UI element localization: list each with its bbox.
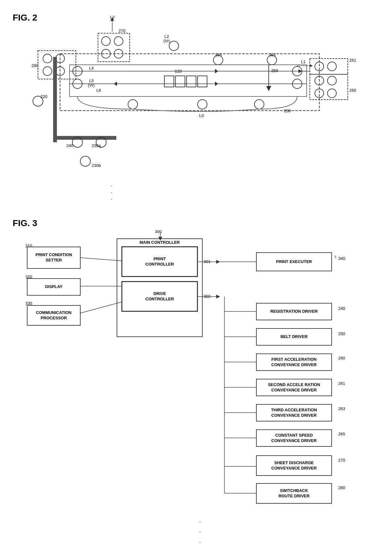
third-accel-driver-block: THIRD ACCELERATION CONVEYANCE DRIVER: [256, 404, 332, 421]
ref-302: 302: [204, 294, 211, 299]
communication-processor-block: COMMUNICATION PROCESSOR: [27, 305, 81, 326]
svg-text:L1: L1: [301, 59, 305, 64]
second-accel-driver-block: SECOND ACCELE RATION CONVEYANCE DRIVER: [256, 379, 332, 396]
svg-point-29: [114, 37, 123, 46]
ref-301: 301: [204, 259, 211, 264]
svg-point-13: [198, 100, 207, 109]
svg-point-20: [328, 89, 336, 98]
svg-text:270: 270: [119, 28, 126, 33]
svg-rect-5: [175, 76, 185, 87]
svg-text:110: 110: [175, 69, 182, 74]
ref-265: 265: [338, 432, 345, 436]
fig3-section: FIG. 3 300: [9, 215, 383, 550]
svg-text:240: 240: [66, 143, 73, 148]
svg-rect-7: [198, 76, 207, 87]
ref-240: 240: [338, 306, 345, 311]
svg-rect-6: [187, 76, 196, 87]
svg-line-77: [81, 302, 122, 313]
svg-marker-46: [215, 82, 218, 86]
svg-point-43: [80, 156, 90, 166]
svg-text:261: 261: [349, 58, 356, 63]
svg-rect-27: [98, 33, 130, 62]
svg-text:259: 259: [271, 68, 278, 73]
ref-261: 261: [338, 381, 345, 386]
svg-text:230a: 230a: [92, 143, 101, 148]
switchback-route-driver-block: SWITCHBACK ROUTE DRIVER: [256, 483, 332, 504]
svg-point-23: [328, 62, 336, 71]
svg-rect-39: [53, 57, 57, 142]
dots-separator-2: ···: [199, 516, 201, 547]
display-block: DISPLAY: [27, 278, 81, 296]
svg-point-34: [43, 54, 52, 63]
drive-controller-block: DRIVE CONTROLLER: [122, 281, 198, 311]
svg-point-12: [128, 100, 138, 109]
svg-text:250: 250: [284, 108, 291, 113]
constant-speed-driver-block: CONSTANT SPEED CONVEYANCE DRIVER: [256, 429, 332, 447]
first-accel-driver-block: FIRST ACCELERATION CONVEYANCE DRIVER: [256, 353, 332, 371]
dots-separator-1: ···: [111, 182, 113, 202]
fig2-section: FIG. 2: [9, 9, 383, 193]
registration-driver-block: REGISTRATION DRIVER: [256, 303, 332, 320]
svg-text:L3: L3: [110, 16, 114, 19]
svg-point-36: [43, 67, 52, 76]
svg-rect-0: [60, 54, 319, 111]
svg-text:L2: L2: [164, 34, 169, 39]
svg-text:L4: L4: [89, 66, 94, 71]
svg-rect-21: [310, 58, 348, 74]
fig3-label: FIG. 3: [13, 218, 37, 228]
svg-text:220: 220: [40, 94, 47, 99]
svg-text:(Vr): (Vr): [88, 83, 95, 88]
ref-260: 260: [338, 356, 345, 360]
print-controller-block: PRINT CONTROLLER: [122, 247, 198, 277]
svg-text:230b: 230b: [92, 163, 101, 168]
ref-270: 270: [338, 458, 345, 463]
svg-point-26: [169, 41, 179, 51]
svg-text:263: 263: [269, 52, 276, 57]
ref-340-tick: ╮: [334, 254, 337, 258]
svg-marker-45: [215, 69, 218, 73]
print-executer-block: PRINT EXECUTER: [256, 252, 332, 271]
svg-text:L6: L6: [96, 88, 101, 93]
svg-rect-4: [164, 76, 174, 87]
fig2-diagram: L3 270 L2 (Vr) 265 263 L1 261 260 259 28…: [28, 16, 376, 193]
svg-text:260: 260: [349, 88, 356, 93]
svg-point-14: [254, 100, 264, 109]
ref-280: 280: [338, 485, 345, 490]
svg-text:265: 265: [215, 52, 222, 57]
svg-line-75: [81, 258, 122, 261]
main-controller-label: MAIN CONTROLLER: [117, 239, 202, 245]
ref-340: 340: [338, 256, 345, 261]
ref-300: 300: [155, 229, 162, 234]
sheet-discharge-driver-block: SHEET DISCHARGE CONVEYANCE DRIVER: [256, 455, 332, 476]
belt-driver-block: BELT DRIVER: [256, 328, 332, 346]
svg-text:L0: L0: [199, 113, 204, 118]
svg-text:L5: L5: [89, 78, 94, 83]
svg-rect-40: [53, 136, 116, 140]
svg-point-28: [101, 37, 110, 46]
svg-text:(Vr): (Vr): [163, 39, 170, 43]
ref-263: 263: [338, 406, 345, 411]
svg-marker-47: [114, 82, 117, 86]
ref-250: 250: [338, 331, 345, 336]
print-condition-setter-block: PRINT CONDITION SETTER: [27, 247, 81, 269]
svg-point-18: [328, 76, 336, 85]
svg-text:280: 280: [32, 63, 39, 68]
